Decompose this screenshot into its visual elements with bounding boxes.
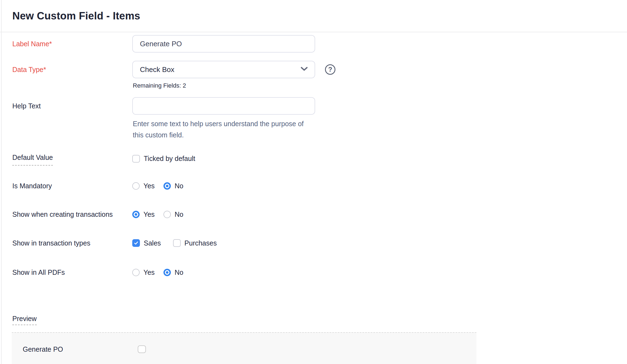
transaction-types-row: Show in transaction types Sales Purchase… — [12, 237, 627, 249]
is-mandatory-yes-label: Yes — [143, 182, 155, 190]
preview-checkbox[interactable] — [138, 345, 146, 353]
ticked-by-default-label: Ticked by default — [144, 155, 195, 163]
data-type-control-group: Check Box ? Remaining Fields: 2 — [132, 61, 335, 89]
all-pdfs-no-radio[interactable] — [163, 269, 171, 276]
sales-checkbox[interactable] — [132, 239, 140, 247]
default-value-row: Default Value Ticked by default — [12, 152, 627, 166]
show-when-creating-row: Show when creating transactions Yes No — [12, 209, 627, 220]
is-mandatory-yes-radio[interactable] — [132, 182, 140, 190]
show-when-creating-no-label: No — [175, 210, 183, 218]
help-text-input[interactable] — [132, 97, 315, 115]
transaction-types-options: Sales Purchases — [132, 239, 217, 247]
label-name-input[interactable] — [132, 35, 315, 53]
show-when-creating-options: Yes No — [132, 209, 183, 218]
help-text-row: Help Text Enter some text to help users … — [12, 97, 627, 141]
purchases-label: Purchases — [185, 239, 217, 247]
is-mandatory-options: Yes No — [132, 182, 183, 190]
custom-field-form: Label Name* Data Type* Check Box — [0, 32, 627, 364]
remaining-fields-note: Remaining Fields: 2 — [132, 82, 335, 89]
show-when-creating-no-radio[interactable] — [163, 211, 171, 218]
is-mandatory-no-label: No — [175, 182, 183, 190]
default-value-control: Ticked by default — [132, 155, 195, 163]
is-mandatory-no-radio[interactable] — [163, 182, 171, 190]
label-name-label: Label Name* — [12, 38, 132, 50]
data-type-row: Data Type* Check Box ? Rem — [12, 61, 627, 89]
is-mandatory-label: Is Mandatory — [12, 180, 132, 192]
page-left-divider — [1, 0, 2, 364]
show-when-creating-yes-label: Yes — [143, 210, 155, 218]
sales-label: Sales — [144, 239, 161, 247]
preview-panel: Generate PO — [12, 332, 476, 364]
purchases-checkbox[interactable] — [173, 239, 181, 247]
check-icon — [134, 241, 139, 245]
help-text-label: Help Text — [12, 97, 132, 112]
is-mandatory-row: Is Mandatory Yes No — [12, 180, 627, 192]
all-pdfs-options: Yes No — [132, 268, 183, 276]
help-text-control-group: Enter some text to help users understand… — [132, 97, 315, 141]
data-type-selected-value: Check Box — [140, 65, 174, 74]
page-title: New Custom Field - Items — [12, 10, 140, 22]
help-text-hint: Enter some text to help users understand… — [132, 118, 310, 141]
data-type-label: Data Type* — [12, 61, 132, 75]
chevron-down-icon — [300, 67, 308, 73]
default-value-label: Default Value — [12, 152, 132, 166]
all-pdfs-row: Show in All PDFs Yes No — [12, 267, 627, 278]
show-when-creating-yes-radio[interactable] — [132, 211, 140, 218]
preview-heading: Preview — [12, 315, 627, 325]
help-icon[interactable]: ? — [325, 64, 335, 75]
new-custom-field-page: New Custom Field - Items Label Name* Dat… — [0, 0, 627, 364]
label-name-row: Label Name* — [12, 35, 627, 53]
page-header: New Custom Field - Items — [0, 0, 627, 32]
all-pdfs-yes-label: Yes — [143, 268, 155, 276]
ticked-by-default-checkbox[interactable] — [132, 155, 140, 163]
all-pdfs-no-label: No — [175, 268, 183, 276]
all-pdfs-yes-radio[interactable] — [132, 269, 140, 276]
all-pdfs-label: Show in All PDFs — [12, 267, 132, 278]
transaction-types-label: Show in transaction types — [12, 237, 132, 249]
data-type-select[interactable]: Check Box — [132, 61, 315, 78]
show-when-creating-label: Show when creating transactions — [12, 209, 132, 220]
preview-field-label: Generate PO — [23, 345, 138, 353]
